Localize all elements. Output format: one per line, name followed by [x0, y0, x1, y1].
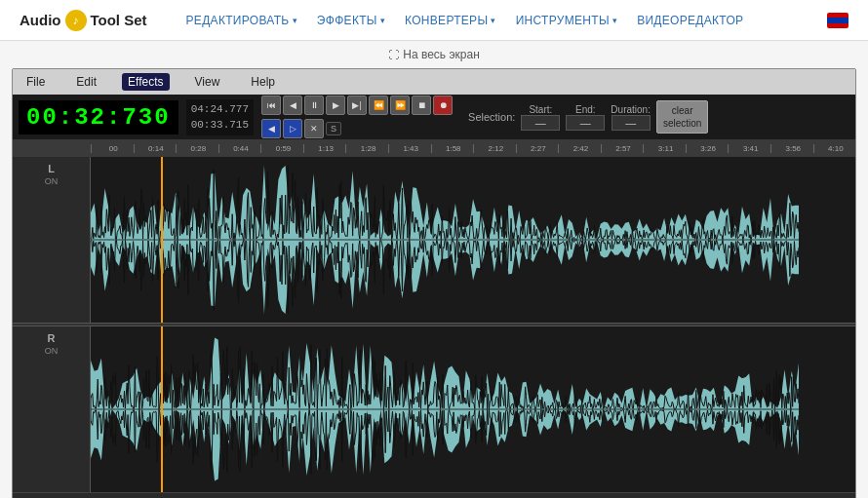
playhead — [161, 157, 163, 323]
ruler-mark: 00 — [91, 144, 134, 153]
start-value: — — [521, 115, 560, 131]
waveform-canvas-right[interactable] — [91, 326, 799, 492]
end-value: — — [566, 115, 605, 131]
nav-item-video[interactable]: ВИДЕОРЕДАКТОР — [637, 14, 743, 27]
logo-text-after: Tool Set — [91, 12, 147, 28]
chevron-down-icon: ▾ — [380, 16, 385, 25]
cancel-button[interactable]: ✕ — [304, 119, 324, 138]
channel-label-right: R ON — [13, 326, 91, 492]
ruler-mark: 2:57 — [601, 144, 644, 153]
nav-item-tools[interactable]: ИНСТРУМЕНТЫ ▾ — [516, 14, 617, 27]
logo-icon: ♪ — [65, 10, 87, 31]
selection-label: Selection: — [468, 111, 515, 123]
audio-editor: File Edit Effects View Help 00:32:730 04… — [12, 68, 856, 498]
selection-info: Selection: Start: — End: — Duration: — c… — [468, 100, 708, 134]
logo-text-before: Audio — [20, 12, 61, 28]
transport-bar: 00:32:730 04:24.777 00:33.715 ⏮ ◀ ⏸ ▶ ▶|… — [13, 95, 855, 139]
ruler-mark: 2:42 — [558, 144, 601, 153]
ruler-mark: 2:12 — [473, 144, 516, 153]
stop-button[interactable]: ⏹ — [412, 96, 431, 115]
ruler-mark: 1:43 — [388, 144, 431, 153]
menu-bar: File Edit Effects View Help — [13, 69, 855, 95]
fullscreen-bar[interactable]: ⛶ На весь экран — [0, 41, 868, 68]
ruler-mark: 4:10 — [813, 144, 855, 153]
channel-on-left: ON — [45, 176, 59, 186]
ruler-mark: 1:58 — [431, 144, 474, 153]
nav-item-effects[interactable]: ЭФФЕКТЫ ▾ — [317, 14, 385, 27]
waveform-area[interactable]: L ON R ON + − Inf — [13, 157, 855, 498]
chevron-down-icon: ▾ — [293, 16, 297, 25]
play-end-button[interactable]: ▶| — [347, 96, 367, 115]
ruler-mark: 3:56 — [770, 144, 813, 153]
forward-button[interactable]: ▷ — [283, 119, 302, 138]
menu-help[interactable]: Help — [245, 73, 281, 91]
start-field: Start: — — [521, 104, 560, 131]
ruler-marks: 00 0:14 0:28 0:44 0:59 1:13 1:28 1:43 1:… — [91, 144, 855, 153]
ruler-mark: 1:28 — [345, 144, 388, 153]
chevron-down-icon: ▾ — [612, 16, 617, 25]
solo-button[interactable]: S — [326, 122, 341, 135]
rewind-button[interactable]: ◀ — [283, 96, 302, 115]
ruler-mark: 3:41 — [728, 144, 770, 153]
ruler-mark: 3:11 — [643, 144, 686, 153]
playhead-right — [161, 326, 163, 492]
back-button[interactable]: ◀ — [261, 119, 281, 138]
channel-left: L ON — [13, 157, 855, 323]
waveform-canvas-left[interactable] — [91, 157, 799, 323]
time-display-secondary: 04:24.777 00:33.715 — [186, 99, 254, 135]
channel-name-right: R — [48, 332, 56, 344]
play-button[interactable]: ▶ — [326, 96, 345, 115]
next-button[interactable]: ⏩ — [390, 96, 410, 115]
timeline-ruler: 00 0:14 0:28 0:44 0:59 1:13 1:28 1:43 1:… — [13, 139, 855, 157]
duration-value: — — [612, 115, 651, 131]
transport-buttons-row2: ◀ ▷ ✕ S — [261, 119, 453, 138]
fullscreen-label: На весь экран — [403, 48, 480, 61]
nav-item-edit[interactable]: РЕДАКТИРОВАТЬ ▾ — [186, 14, 297, 27]
menu-effects[interactable]: Effects — [122, 73, 169, 91]
channel-on-right: ON — [45, 346, 59, 356]
record-button[interactable]: ⏺ — [433, 96, 453, 115]
menu-edit[interactable]: Edit — [70, 73, 102, 91]
clear-selection-button[interactable]: clear selection — [656, 100, 708, 134]
fullscreen-icon: ⛶ — [388, 49, 399, 60]
ruler-mark: 1:13 — [303, 144, 346, 153]
nav-menu: РЕДАКТИРОВАТЬ ▾ ЭФФЕКТЫ ▾ КОНВЕРТЕРЫ ▾ И… — [186, 14, 744, 27]
transport-buttons-row1: ⏮ ◀ ⏸ ▶ ▶| ⏪ ⏩ ⏹ ⏺ — [261, 96, 453, 115]
ruler-mark: 2:27 — [516, 144, 559, 153]
chevron-down-icon: ▾ — [491, 16, 495, 25]
language-flag[interactable] — [827, 13, 848, 28]
bottom-controls: + − Inf — [13, 492, 855, 498]
transport-controls: ⏮ ◀ ⏸ ▶ ▶| ⏪ ⏩ ⏹ ⏺ ◀ ▷ ✕ S — [261, 96, 453, 138]
top-nav: Audio ♪ Tool Set РЕДАКТИРОВАТЬ ▾ ЭФФЕКТЫ… — [0, 0, 868, 41]
nav-item-converters[interactable]: КОНВЕРТЕРЫ ▾ — [405, 14, 496, 27]
prev-button[interactable]: ⏪ — [369, 96, 388, 115]
time-display-main: 00:32:730 — [19, 100, 178, 134]
end-field: End: — — [566, 104, 605, 131]
ruler-mark: 0:44 — [218, 144, 261, 153]
ruler-mark: 0:59 — [260, 144, 303, 153]
skip-to-start-button[interactable]: ⏮ — [261, 96, 281, 115]
channel-right: R ON — [13, 326, 855, 492]
ruler-mark: 3:26 — [686, 144, 729, 153]
pause-button[interactable]: ⏸ — [304, 96, 324, 115]
channel-label-left: L ON — [13, 157, 91, 323]
menu-file[interactable]: File — [20, 73, 51, 91]
ruler-mark: 0:28 — [176, 144, 218, 153]
duration-field: Duration: — — [611, 104, 651, 131]
channel-name-left: L — [48, 163, 55, 174]
ruler-mark: 0:14 — [134, 144, 177, 153]
logo: Audio ♪ Tool Set — [20, 10, 147, 31]
menu-view[interactable]: View — [189, 73, 226, 91]
